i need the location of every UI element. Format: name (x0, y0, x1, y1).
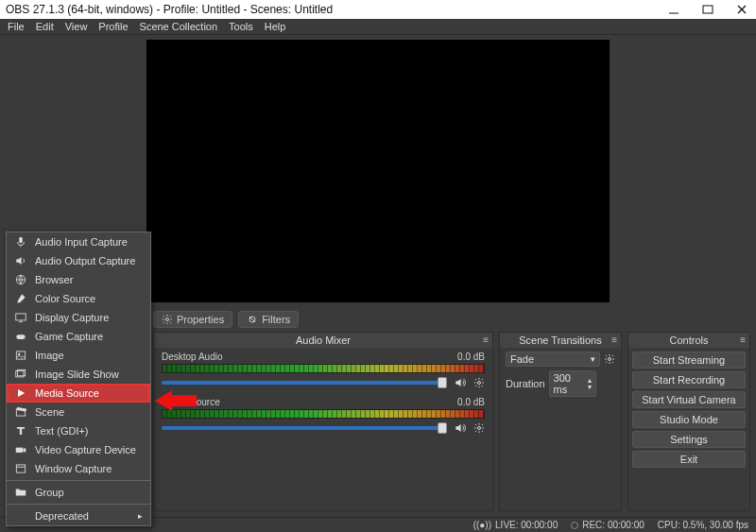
gear-icon[interactable] (604, 353, 615, 365)
menu-item-label: Display Capture (35, 312, 109, 323)
mixer-track: Media Source0.0 dB (162, 397, 485, 435)
camera-icon (14, 443, 27, 456)
speaker-icon[interactable] (453, 421, 468, 435)
svg-rect-1 (703, 6, 713, 13)
gear-icon[interactable] (473, 377, 485, 388)
svg-rect-13 (16, 314, 26, 320)
minimize-icon (668, 4, 679, 15)
panel-menu-icon[interactable]: ≡ (740, 335, 746, 345)
menu-item-label: Audio Output Capture (35, 255, 135, 266)
filters-button[interactable]: Filters (238, 311, 299, 328)
menu-help[interactable]: Help (265, 21, 286, 32)
menu-item-label: Text (GDI+) (35, 425, 89, 437)
menu-item-browser[interactable]: Browser (7, 270, 150, 289)
menu-item-label: Scene (35, 406, 64, 418)
speaker-icon (14, 254, 27, 267)
menu-file[interactable]: File (8, 21, 25, 32)
exit-button[interactable]: Exit (632, 451, 746, 468)
menu-view[interactable]: View (65, 21, 88, 32)
close-button[interactable] (733, 1, 750, 18)
brush-icon (14, 292, 27, 305)
broadcast-icon: ((●)) (473, 520, 491, 530)
menu-item-text-gdi-[interactable]: Text (GDI+) (7, 421, 150, 440)
settings-button[interactable]: Settings (632, 431, 746, 448)
rec-dot-icon (571, 522, 578, 529)
menu-item-label: Audio Input Capture (35, 236, 128, 248)
menu-item-image-slide-show[interactable]: Image Slide Show (7, 365, 150, 384)
menu-profile[interactable]: Profile (98, 21, 128, 32)
duration-input[interactable]: 300 ms▴▾ (549, 370, 596, 397)
menu-item-deprecated[interactable]: Deprecated ▸ (7, 506, 150, 525)
menu-item-label: Game Capture (35, 331, 103, 342)
slideshow-icon (14, 368, 27, 381)
svg-rect-20 (16, 448, 24, 453)
submenu-arrow-icon: ▸ (138, 511, 143, 521)
menu-edit[interactable]: Edit (36, 21, 54, 32)
audio-meter (162, 364, 485, 373)
svg-point-9 (478, 427, 481, 430)
svg-point-4 (166, 318, 169, 321)
scene-transitions-title: Scene Transitions (519, 335, 601, 346)
panel-menu-icon[interactable]: ≡ (611, 335, 617, 345)
track-db: 0.0 dB (457, 397, 485, 407)
status-rec: REC: 00:00:00 (582, 520, 644, 530)
menu-item-audio-output-capture[interactable]: Audio Output Capture (7, 251, 150, 270)
audio-mixer-title: Audio Mixer (296, 335, 351, 346)
menu-item-game-capture[interactable]: Game Capture (7, 327, 150, 346)
controls-title: Controls (670, 335, 709, 346)
menu-item-color-source[interactable]: Color Source (7, 289, 150, 308)
spinner-icon: ▴▾ (588, 377, 592, 390)
menu-item-label: Media Source (35, 387, 99, 399)
menu-item-display-capture[interactable]: Display Capture (7, 308, 150, 327)
play-icon (14, 386, 27, 400)
start-recording-button[interactable]: Start Recording (632, 371, 746, 388)
properties-button[interactable]: Properties (153, 311, 232, 328)
menu-item-label: Group (35, 487, 64, 498)
menu-item-image[interactable]: Image (7, 346, 150, 365)
controls-panel: Controls≡ Start Streaming Start Recordin… (627, 332, 750, 511)
transition-selected: Fade (510, 353, 534, 365)
menu-item-audio-input-capture[interactable]: Audio Input Capture (7, 232, 150, 251)
start-streaming-button[interactable]: Start Streaming (632, 352, 746, 369)
svg-rect-14 (16, 335, 25, 339)
menu-item-label: Color Source (35, 293, 95, 304)
svg-point-10 (609, 358, 611, 361)
panel-menu-icon[interactable]: ≡ (483, 335, 489, 345)
gamepad-icon (14, 330, 27, 343)
maximize-button[interactable] (699, 1, 716, 18)
menu-item-window-capture[interactable]: Window Capture (7, 459, 150, 478)
close-icon (736, 4, 747, 15)
status-live: LIVE: 00:00:00 (495, 520, 558, 530)
audio-meter (162, 409, 485, 419)
chevron-down-icon: ▾ (591, 354, 595, 364)
image-icon (14, 349, 27, 362)
menu-item-label: Image (35, 350, 64, 361)
menu-item-label: Window Capture (35, 463, 112, 474)
track-name: Desktop Audio (162, 352, 223, 362)
maximize-icon (702, 4, 713, 15)
status-cpu: CPU: 0.5%, 30.00 fps (658, 520, 748, 530)
properties-button-label: Properties (177, 314, 224, 325)
window-title: OBS 27.1.3 (64-bit, windows) - Profile: … (6, 3, 333, 16)
globe-icon (14, 273, 27, 286)
studio-mode-button[interactable]: Studio Mode (632, 411, 746, 428)
text-icon (14, 424, 27, 438)
transition-select[interactable]: Fade▾ (506, 352, 600, 367)
preview-canvas[interactable] (146, 40, 610, 302)
volume-slider[interactable] (162, 426, 447, 430)
gear-icon[interactable] (473, 422, 485, 434)
scene-transitions-panel: Scene Transitions≡ Fade▾ Duration 300 ms… (499, 332, 622, 511)
svg-point-8 (478, 382, 481, 385)
add-source-context-menu: Audio Input CaptureAudio Output CaptureB… (6, 232, 151, 526)
start-virtual-camera-button[interactable]: Start Virtual Camera (632, 391, 746, 408)
volume-slider[interactable] (162, 381, 447, 385)
menu-item-media-source[interactable]: Media Source (7, 384, 150, 403)
speaker-icon[interactable] (453, 376, 468, 389)
gear-icon (162, 314, 173, 325)
menu-scene-collection[interactable]: Scene Collection (140, 21, 218, 32)
menu-item-video-capture-device[interactable]: Video Capture Device (7, 440, 150, 459)
menu-item-scene[interactable]: Scene (7, 403, 150, 421)
menu-tools[interactable]: Tools (229, 21, 253, 32)
minimize-button[interactable] (665, 1, 682, 18)
menu-item-group[interactable]: Group (7, 483, 150, 502)
